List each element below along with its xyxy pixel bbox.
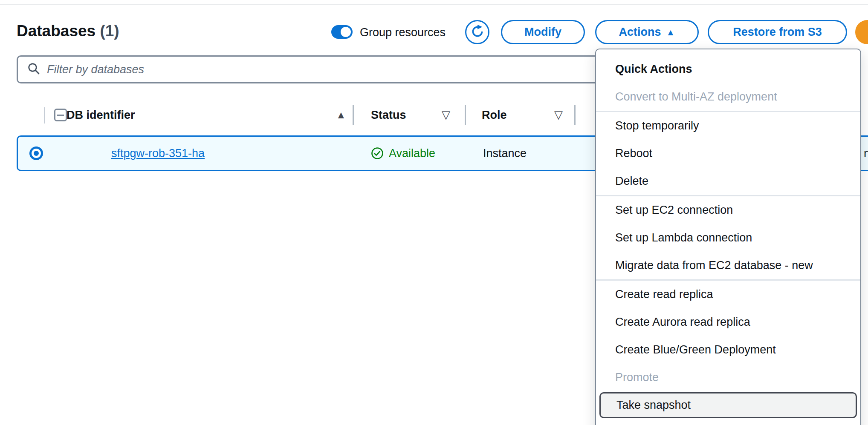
toggle-knob: [341, 27, 351, 37]
radio-ring: [32, 149, 41, 158]
status-text: Available: [389, 147, 435, 160]
refresh-button[interactable]: [465, 20, 489, 44]
refresh-icon: [471, 25, 484, 40]
top-divider: [0, 4, 868, 5]
page-title-text: Databases: [17, 22, 95, 40]
menu-item-set-up-lambda-connection[interactable]: Set up Lambda connection: [596, 224, 860, 252]
db-identifier-link[interactable]: sftpgw-rob-351-ha: [111, 147, 205, 160]
row-radio-selected[interactable]: [29, 146, 43, 160]
column-divider: [353, 105, 354, 125]
column-divider: [465, 105, 466, 125]
menu-item-set-up-ec2-connection[interactable]: Set up EC2 connection: [596, 196, 860, 224]
status-cell: Available: [371, 137, 435, 170]
modify-button[interactable]: Modify: [501, 20, 585, 44]
restore-from-s3-button[interactable]: Restore from S3: [708, 20, 847, 44]
actions-dropdown-menu: Quick Actions Convert to Multi-AZ deploy…: [595, 49, 861, 425]
indeterminate-dash-icon: [57, 115, 64, 116]
select-all-checkbox[interactable]: [54, 109, 67, 121]
menu-item-convert-to-multi-az: Convert to Multi-AZ deployment: [596, 83, 860, 111]
menu-group-header-quick-actions: Quick Actions: [596, 55, 860, 83]
caret-up-icon: ▲: [666, 28, 675, 37]
group-resources-label: Group resources: [360, 26, 446, 39]
restore-from-s3-label: Restore from S3: [733, 26, 822, 39]
menu-item-create-aurora-read-replica[interactable]: Create Aurora read replica: [596, 308, 860, 336]
clipped-cell-text: n: [864, 137, 868, 170]
status-available-icon: [371, 147, 384, 160]
column-header-db-identifier[interactable]: DB identifier: [67, 107, 135, 123]
actions-button[interactable]: Actions ▲: [595, 20, 699, 44]
column-divider: [44, 107, 45, 123]
resource-count: (1): [100, 22, 119, 40]
menu-item-create-read-replica[interactable]: Create read replica: [596, 281, 860, 308]
menu-item-take-snapshot[interactable]: Take snapshot: [599, 392, 857, 418]
menu-item-reboot[interactable]: Reboot: [596, 140, 860, 167]
menu-item-migrate-data-from-ec2[interactable]: Migrate data from EC2 database - new: [596, 252, 860, 279]
menu-item-create-blue-green-deployment[interactable]: Create Blue/Green Deployment: [596, 336, 860, 364]
modify-button-label: Modify: [524, 26, 561, 39]
status-filter-icon[interactable]: ▽: [442, 107, 450, 122]
search-icon: [27, 62, 40, 77]
role-text: Instance: [483, 147, 527, 160]
create-database-button-clipped[interactable]: [855, 20, 868, 44]
role-cell: Instance: [483, 137, 527, 170]
page-title: Databases (1): [17, 22, 119, 40]
column-divider: [574, 105, 576, 125]
group-resources-toggle[interactable]: [331, 25, 353, 39]
radio-dot: [34, 151, 39, 156]
column-header-status[interactable]: Status: [371, 107, 406, 123]
menu-item-promote: Promote: [596, 364, 860, 391]
rds-databases-page: Databases (1) Group resources Modify Act…: [0, 0, 868, 425]
column-header-role[interactable]: Role: [482, 107, 507, 123]
sort-ascending-icon[interactable]: ▲: [336, 108, 346, 122]
role-filter-icon[interactable]: ▽: [554, 107, 563, 122]
actions-button-label: Actions: [619, 26, 661, 39]
menu-item-stop-temporarily[interactable]: Stop temporarily: [596, 112, 860, 140]
menu-item-delete[interactable]: Delete: [596, 167, 860, 195]
